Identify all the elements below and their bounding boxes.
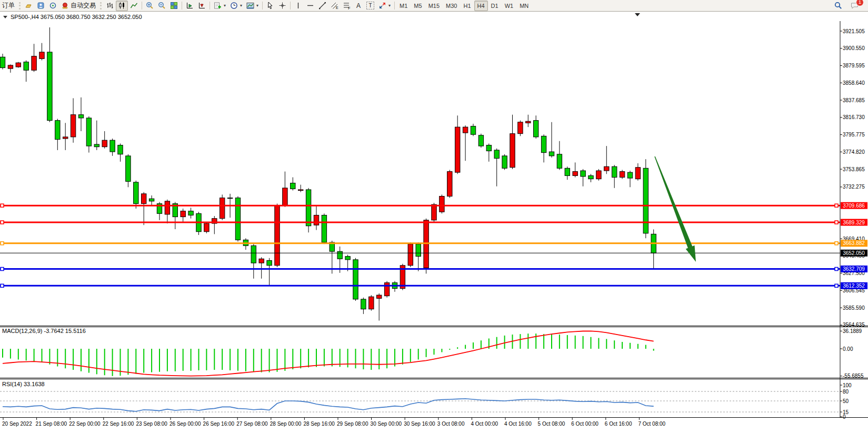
timeframe-w1-button[interactable]: W1 — [502, 1, 517, 11]
new-chart-icon — [214, 2, 222, 9]
symbol-dropdown-icon[interactable] — [3, 16, 7, 18]
market-panel-icon — [37, 2, 45, 9]
timeframe-m5-button[interactable]: M5 — [411, 1, 425, 11]
horizontal-line-icon — [306, 2, 314, 9]
time-axis[interactable] — [0, 418, 840, 429]
bar-chart-mode-button[interactable] — [104, 1, 116, 11]
crosshair-tool-button[interactable] — [276, 1, 288, 11]
search-button[interactable] — [832, 1, 844, 11]
timeframe-m1-button[interactable]: M1 — [396, 1, 411, 11]
tile-windows-icon — [170, 2, 178, 9]
chart-shift-icon — [198, 2, 206, 9]
rsi-label: RSI(14) 33.1638 — [2, 381, 45, 387]
autotrading-icon — [61, 2, 69, 9]
trendline-icon — [318, 2, 326, 9]
toolbar-grip — [19, 2, 21, 9]
chart-title-bar: SP500-,H4 3675.050 3680.750 3632.250 365… — [3, 14, 142, 20]
arrows-tool-button[interactable]: ▾ — [376, 1, 393, 11]
macd-label: MACD(12,26,9) -3.7642 15.5116 — [2, 328, 86, 334]
clock-icon — [230, 2, 238, 9]
bar-chart-icon — [106, 2, 114, 9]
svg-text:F: F — [348, 6, 350, 10]
toolbar: 订单 自动交易 — [0, 0, 868, 12]
equidistant-channel-icon: E — [331, 2, 338, 9]
zoom-in-icon — [146, 2, 154, 9]
label-tool-icon: T — [366, 2, 374, 9]
templates-icon — [246, 2, 254, 9]
candles-layer — [0, 27, 656, 321]
toolbar-separator — [209, 2, 210, 9]
app-window: 3921.5053900.5503879.5953858.6403837.685… — [0, 0, 868, 432]
chart-canvas[interactable]: 3921.5053900.5503879.5953858.6403837.685… — [0, 0, 868, 432]
timeframe-mn-button[interactable]: MN — [516, 1, 532, 11]
text-tool-button[interactable]: A — [353, 1, 364, 11]
channel-tool-button[interactable]: E — [328, 1, 341, 11]
autotrading-label: 自动交易 — [71, 1, 96, 10]
candle-chart-mode-button[interactable] — [116, 1, 128, 11]
autotrading-button[interactable]: 自动交易 — [59, 1, 98, 11]
periods-button[interactable]: ▾ — [228, 1, 244, 11]
auto-scroll-button[interactable] — [184, 1, 196, 11]
zoom-in-button[interactable] — [144, 1, 156, 11]
notifications-button[interactable]: 1 — [849, 1, 861, 11]
zoom-out-icon — [158, 2, 166, 9]
zoom-out-button[interactable] — [156, 1, 168, 11]
timeframe-m15-button[interactable]: M15 — [425, 1, 443, 11]
signals-button[interactable] — [47, 1, 59, 11]
gold-ingot-button[interactable] — [23, 1, 35, 11]
fibonacci-icon: F — [343, 2, 351, 9]
timeframe-d1-button[interactable]: D1 — [488, 1, 502, 11]
chart-shift-marker — [635, 13, 640, 16]
chart-title: SP500-,H4 3675.050 3680.750 3632.250 365… — [11, 14, 142, 20]
toolbar-separator — [142, 2, 142, 9]
price-axis[interactable] — [840, 21, 868, 418]
line-chart-icon — [130, 2, 138, 9]
line-chart-mode-button[interactable] — [128, 1, 140, 11]
cursor-icon — [266, 2, 274, 9]
search-icon — [834, 2, 842, 9]
auto-scroll-icon — [186, 2, 194, 9]
cursor-tool-button[interactable] — [264, 1, 276, 11]
timeframe-m30-button[interactable]: M30 — [443, 1, 460, 11]
timeframe-h1-button[interactable]: H1 — [460, 1, 474, 11]
toolbar-separator — [182, 2, 182, 9]
svg-text:E: E — [336, 6, 338, 9]
horizontal-line-tool-button[interactable] — [304, 1, 316, 11]
toolbar-separator — [394, 2, 395, 9]
toolbar-separator — [290, 2, 291, 9]
vertical-line-icon — [294, 2, 302, 9]
tile-windows-button[interactable] — [168, 1, 180, 11]
new-order-label: 订单 — [2, 1, 15, 10]
new-order-button[interactable]: 订单 — [0, 1, 17, 11]
fibonacci-tool-button[interactable]: F — [341, 1, 353, 11]
market-panel-button[interactable] — [35, 1, 47, 11]
dropdown-caret-icon: ▾ — [256, 3, 258, 8]
chart-shift-button[interactable] — [196, 1, 208, 11]
label-tool-button[interactable]: T — [364, 1, 376, 11]
toolbar-separator — [262, 2, 263, 9]
macd-layer: 36.18890.00-55.6855 — [3, 328, 864, 379]
vertical-line-tool-button[interactable] — [292, 1, 304, 11]
arrows-tool-icon — [378, 2, 386, 9]
dropdown-caret-icon: ▾ — [240, 3, 242, 8]
notification-badge: 1 — [856, 0, 864, 6]
toolbar-grip — [100, 2, 102, 9]
dropdown-caret-icon: ▾ — [224, 3, 226, 8]
dropdown-caret-icon: ▾ — [388, 3, 391, 8]
trend-arrow-annotation — [654, 156, 696, 262]
new-chart-button[interactable]: ▾ — [212, 1, 228, 11]
signals-icon — [49, 2, 57, 9]
templates-button[interactable]: ▾ — [244, 1, 261, 11]
rsi-layer: 1008050150 — [0, 382, 852, 420]
crosshair-icon — [278, 2, 286, 9]
candlestick-chart-icon — [118, 2, 126, 9]
gold-ingot-icon — [25, 2, 33, 9]
trendline-tool-button[interactable] — [316, 1, 328, 11]
timeframe-h4-button[interactable]: H4 — [474, 1, 488, 11]
text-tool-icon: A — [355, 2, 362, 9]
